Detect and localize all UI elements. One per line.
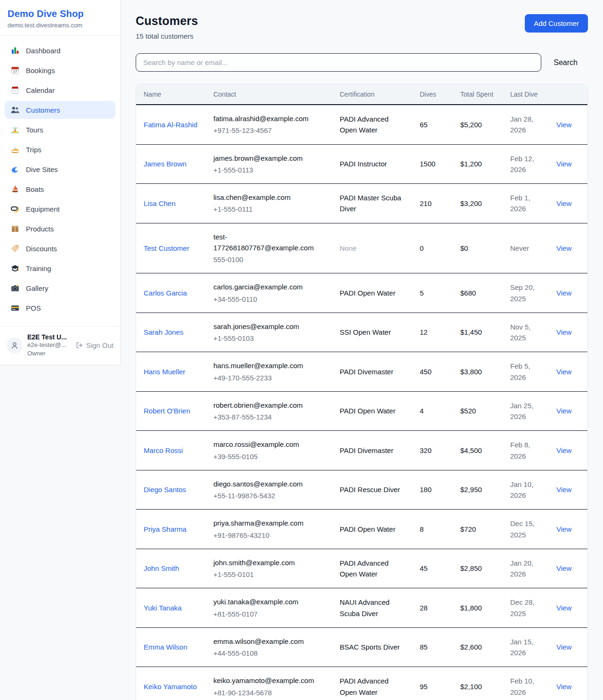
- customer-name-link[interactable]: Keiko Yamamoto: [144, 683, 197, 691]
- view-link[interactable]: View: [556, 486, 571, 494]
- view-link[interactable]: View: [556, 121, 571, 129]
- customer-name-link[interactable]: John Smith: [144, 564, 179, 572]
- sidebar-item-pos[interactable]: POS: [5, 299, 115, 317]
- customer-row: Sarah Jones sarah.jones@example.com +1-5…: [136, 313, 587, 352]
- sidebar-item-label: Discounts: [26, 245, 57, 253]
- view-link[interactable]: View: [556, 160, 571, 168]
- view-link[interactable]: View: [556, 407, 571, 415]
- view-link[interactable]: View: [556, 564, 571, 572]
- view-link[interactable]: View: [556, 643, 571, 651]
- customer-row: Test Customer test-1772681807767@example…: [136, 223, 587, 273]
- customer-last-dive: Dec 28, 2025: [503, 588, 549, 628]
- sign-out-button[interactable]: Sign Out: [75, 341, 114, 349]
- sidebar-item-boats[interactable]: Boats: [5, 180, 115, 198]
- customer-dives: 12: [412, 313, 453, 352]
- customer-last-dive: Jan 20, 2026: [503, 549, 549, 588]
- customer-row: Emma Wilson emma.wilson@example.com +44-…: [136, 627, 587, 667]
- customer-phone: +44-555-0108: [213, 648, 325, 659]
- view-link[interactable]: View: [556, 328, 571, 336]
- customer-phone: +1-555-0101: [213, 569, 325, 580]
- sidebar-item-calendar[interactable]: Calendar: [5, 81, 115, 99]
- customer-count: 15 total customers: [136, 32, 198, 40]
- column-header-contact: Contact: [206, 84, 332, 105]
- customer-name-link[interactable]: Diego Santos: [144, 486, 186, 494]
- customer-name-link[interactable]: Robert O'Brien: [144, 407, 190, 415]
- view-link[interactable]: View: [556, 604, 571, 612]
- customer-phone: +49-170-555-2233: [213, 372, 325, 383]
- sidebar-item-label: Trips: [26, 146, 41, 154]
- customer-name-link[interactable]: James Brown: [144, 160, 187, 168]
- sidebar-header: Demo Dive Shop demo.test.divestreams.com: [0, 0, 120, 36]
- customer-email: fatima.alrashid@example.com: [213, 113, 325, 124]
- customer-total-spent: $4,500: [453, 431, 503, 470]
- customer-dives: 210: [412, 184, 453, 223]
- view-link[interactable]: View: [556, 446, 571, 454]
- sidebar-item-discounts[interactable]: Discounts: [5, 239, 115, 257]
- sidebar-item-label: Products: [26, 225, 54, 233]
- sidebar-item-dashboard[interactable]: Dashboard: [5, 41, 115, 59]
- user-section: E2E Test U... e2e-tester@... Owner Sign …: [0, 326, 120, 365]
- customer-total-spent: $1,800: [453, 588, 503, 628]
- customer-phone: +1-555-0111: [213, 204, 325, 214]
- sidebar-item-label: Bookings: [26, 66, 55, 74]
- training-graduation-icon: [10, 264, 20, 273]
- customer-certification: PADI Divemaster: [332, 352, 412, 392]
- customer-phone: 555-0100: [213, 254, 325, 265]
- customer-name-link[interactable]: Marco Rossi: [144, 446, 183, 454]
- customer-name-link[interactable]: Test Customer: [144, 244, 189, 252]
- add-customer-button[interactable]: Add Customer: [525, 14, 588, 33]
- sidebar-item-bookings[interactable]: 17 Bookings: [5, 61, 115, 79]
- customer-certification: None: [332, 223, 412, 273]
- search-input[interactable]: [136, 53, 541, 72]
- view-link[interactable]: View: [556, 683, 571, 691]
- sidebar-item-customers[interactable]: Customers: [5, 101, 115, 119]
- view-link[interactable]: View: [556, 199, 571, 207]
- customer-table-body: Fatima Al-Rashid fatima.alrashid@example…: [136, 105, 587, 700]
- customer-dives: 85: [412, 627, 453, 667]
- customer-dives: 45: [412, 549, 453, 588]
- customer-certification: PADI Master Scuba Diver: [332, 184, 412, 223]
- customer-name-link[interactable]: Carlos Garcia: [144, 289, 187, 297]
- customer-total-spent: $520: [453, 391, 503, 431]
- view-link[interactable]: View: [556, 244, 571, 252]
- customers-table-card: Name Contact Certification Dives Total S…: [136, 84, 588, 700]
- customer-certification: PADI Advanced Open Water: [332, 667, 412, 700]
- sidebar-item-trips[interactable]: Trips: [5, 140, 115, 158]
- sidebar-item-label: Dive Sites: [26, 165, 58, 173]
- table-header-row: Name Contact Certification Dives Total S…: [136, 84, 587, 105]
- customer-total-spent: $2,600: [453, 627, 503, 667]
- column-header-name: Name: [136, 84, 206, 105]
- view-link[interactable]: View: [556, 368, 571, 376]
- customer-row: Diego Santos diego.santos@example.com +5…: [136, 470, 587, 510]
- customer-last-dive: Never: [503, 223, 549, 273]
- customer-certification: NAUI Advanced Scuba Diver: [332, 588, 412, 628]
- view-link[interactable]: View: [556, 525, 571, 533]
- sidebar-item-training[interactable]: Training: [5, 259, 115, 277]
- customer-last-dive: Jan 10, 2026: [503, 470, 549, 510]
- customer-name-link[interactable]: Lisa Chen: [144, 199, 176, 207]
- customer-dives: 450: [412, 352, 453, 392]
- customer-dives: 8: [412, 510, 453, 549]
- customer-phone: +1-555-0113: [213, 165, 325, 175]
- column-header-dives: Dives: [412, 84, 453, 105]
- sidebar-item-tours[interactable]: Tours: [5, 121, 115, 139]
- sidebar-item-gallery[interactable]: Gallery: [5, 279, 115, 297]
- sidebar-item-label: Customers: [26, 106, 60, 114]
- customer-email: hans.mueller@example.com: [213, 360, 325, 371]
- sidebar-item-products[interactable]: Products: [5, 220, 115, 238]
- customer-name-link[interactable]: Fatima Al-Rashid: [144, 121, 197, 129]
- customer-total-spent: $5,200: [453, 105, 503, 144]
- customer-last-dive: Dec 15, 2025: [503, 510, 549, 549]
- customer-email: robert.obrien@example.com: [213, 400, 325, 411]
- customer-certification: PADI Open Water: [332, 510, 412, 549]
- customer-name-link[interactable]: Yuki Tanaka: [144, 604, 182, 612]
- search-button[interactable]: Search: [541, 53, 588, 72]
- customer-name-link[interactable]: Sarah Jones: [144, 328, 183, 336]
- view-link[interactable]: View: [556, 289, 571, 297]
- customer-name-link[interactable]: Priya Sharma: [144, 525, 187, 533]
- customer-name-link[interactable]: Hans Mueller: [144, 368, 185, 376]
- sidebar-item-dive-sites[interactable]: Dive Sites: [5, 160, 115, 178]
- customer-name-link[interactable]: Emma Wilson: [144, 643, 187, 651]
- sidebar-item-equipment[interactable]: Equipment: [5, 200, 115, 218]
- discounts-tag-icon: [10, 244, 20, 253]
